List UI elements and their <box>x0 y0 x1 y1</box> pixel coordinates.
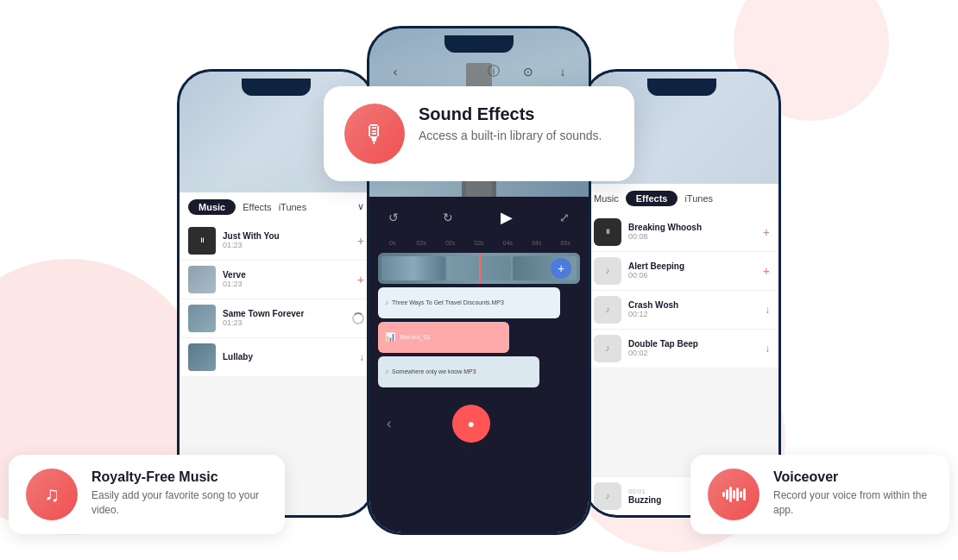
feature-voice-title: Voiceover <box>773 469 932 485</box>
feature-music-desc: Easily add your favorite song to your vi… <box>91 488 268 518</box>
music-note-icon-6: ♪ <box>606 491 610 500</box>
ruler-mark: 06s <box>551 240 580 246</box>
music-title: Just With You <box>223 231 350 241</box>
pause-icon-2: ⏸ <box>604 228 611 236</box>
music-info: Lullaby <box>223 352 352 362</box>
effects-title: Crash Wosh <box>628 300 758 310</box>
timeline-tracks: + ♪ Three Ways To Get Travel Discounts.M… <box>369 248 589 396</box>
tab-itunes[interactable]: iTunes <box>279 202 307 212</box>
music-item[interactable]: Same Town Forever 01:23 <box>180 299 373 338</box>
effects-thumb: ♪ <box>594 335 621 362</box>
music-title: Same Town Forever <box>223 309 345 318</box>
audio-clip-2-label: Somewhere only we know MP3 <box>392 368 476 374</box>
record-icon: 📊 <box>385 332 395 342</box>
video-clip[interactable]: + <box>378 253 580 284</box>
feature-sound-text: Sound Effects Access a built-in library … <box>419 104 602 145</box>
redo-button[interactable]: ↻ <box>438 207 458 228</box>
download-icon[interactable]: ↓ <box>359 351 364 363</box>
music-thumb-img <box>188 305 216 332</box>
audio-clip-label: Three Ways To Get Travel Discounts.MP3 <box>392 299 504 305</box>
tab-arrow-icon[interactable]: ∨ <box>357 201 364 212</box>
undo-button[interactable]: ↺ <box>383 207 404 228</box>
timeline-controls: ↺ ↻ ▶ ⤢ <box>369 197 589 238</box>
music-note-icon-4: ♪ <box>606 305 610 314</box>
music-duration: 01:23 <box>223 318 345 327</box>
effects-thumb: ⏸ <box>594 218 621 246</box>
effects-thumb: ♪ <box>594 296 621 324</box>
notch-center <box>444 35 514 53</box>
music-add-icon[interactable]: + <box>357 234 364 248</box>
playhead <box>479 253 481 284</box>
download-icon[interactable]: ↓ <box>765 304 770 316</box>
notch-right <box>647 79 716 96</box>
feature-voice-text: Voiceover Record your voice from within … <box>773 469 932 518</box>
pause-icon: ⏸ <box>199 236 205 244</box>
ruler-mark: 04s <box>494 240 522 246</box>
record-button[interactable]: ● <box>452 405 490 443</box>
info-button[interactable]: ⓘ <box>482 60 506 84</box>
center-top-bar: ‹ ⓘ ⊙ ↓ <box>369 60 589 84</box>
audio-clip-2[interactable]: ♪ Somewhere only we know MP3 <box>378 356 539 387</box>
download-button[interactable]: ↓ <box>551 60 575 84</box>
feature-sound-desc: Access a built-in library of sounds. <box>419 128 602 145</box>
effects-add-icon[interactable]: + <box>763 264 770 278</box>
tab-effects-active[interactable]: Effects <box>626 191 678 206</box>
effects-thumb: ♪ <box>594 257 621 285</box>
audio-clip-1[interactable]: ♪ Three Ways To Get Travel Discounts.MP3 <box>378 287 560 318</box>
tab-music[interactable]: Music <box>188 199 236 215</box>
music-note-icon: ♪ <box>385 299 388 306</box>
feature-voice-desc: Record your voice from within the app. <box>773 488 932 518</box>
music-info: Same Town Forever 01:23 <box>223 309 345 327</box>
music-note-icon-5: ♪ <box>606 343 610 353</box>
effects-title: Breaking Whoosh <box>628 223 756 232</box>
music-item[interactable]: Lullaby ↓ <box>180 338 373 377</box>
music-item[interactable]: ⏸ Just With You 01:23 + <box>180 222 373 261</box>
effects-item[interactable]: ♪ Crash Wosh 00:12 ↓ <box>585 291 778 330</box>
music-disc-icon: ♫ <box>44 482 60 507</box>
music-duration: 01:23 <box>223 280 350 288</box>
record-clip-label: Record_01 <box>400 334 430 340</box>
music-add-icon[interactable]: + <box>357 273 364 286</box>
back-nav-button[interactable]: ‹ <box>387 416 391 431</box>
effects-list: ⏸ Breaking Whoosh 00:08 + ♪ Alert Beepin… <box>585 213 778 368</box>
ruler-mark: 0s <box>378 240 407 246</box>
expand-button[interactable]: ⤢ <box>554 207 575 228</box>
tab-effects[interactable]: Effects <box>243 202 271 212</box>
ruler-mark: 04s <box>522 240 551 246</box>
music-note-icon-3: ♪ <box>606 266 610 275</box>
back-button[interactable]: ‹ <box>383 60 407 84</box>
feature-music-text: Royalty-Free Music Easily add your favor… <box>91 469 268 518</box>
effects-item[interactable]: ♪ Double Tap Beep 00:02 ↓ <box>585 330 778 368</box>
effects-item[interactable]: ⏸ Breaking Whoosh 00:08 + <box>585 213 778 252</box>
music-title: Lullaby <box>223 352 352 362</box>
download-icon[interactable]: ↓ <box>765 343 770 355</box>
music-title: Verve <box>223 270 350 280</box>
waveform-icon <box>722 486 746 503</box>
effects-duration: 00:08 <box>628 232 756 241</box>
add-track-button[interactable]: + <box>551 258 571 279</box>
effects-duration: 00:02 <box>628 349 758 357</box>
effects-add-icon[interactable]: + <box>763 225 770 239</box>
editor-area: ↺ ↻ ▶ ⤢ 0s 02s 02s 02s 04s 04s 06s <box>369 197 589 532</box>
effects-duration: 00:12 <box>628 310 758 318</box>
music-tabs: Music Effects iTunes ∨ <box>180 192 373 222</box>
effects-info: Alert Beeping 00:06 <box>628 261 756 280</box>
effects-thumb: ♪ <box>594 482 621 510</box>
tab-music-right[interactable]: Music <box>594 193 619 204</box>
music-item[interactable]: Verve 01:23 + <box>180 261 373 299</box>
music-duration: 01:23 <box>223 241 350 249</box>
feature-box-voice: Voiceover Record your voice from within … <box>690 455 949 534</box>
play-button[interactable]: ▶ <box>493 204 520 231</box>
effects-item[interactable]: ♪ Alert Beeping 00:06 + <box>585 252 778 291</box>
tab-itunes-right[interactable]: iTunes <box>684 193 713 204</box>
music-thumb-play: ⏸ <box>188 227 216 255</box>
export-button[interactable]: ⊙ <box>516 60 540 84</box>
bottom-bar: ‹ ● <box>369 396 589 451</box>
record-clip[interactable]: 📊 Record_01 <box>378 322 509 353</box>
music-thumb-img <box>188 343 216 371</box>
feature-box-sound: 🎙 Sound Effects Access a built-in librar… <box>324 86 634 181</box>
music-note-icon-2: ♪ <box>385 368 388 375</box>
microphone-icon: 🎙 <box>362 120 387 148</box>
loading-spinner <box>352 312 364 324</box>
notch-left <box>242 79 311 96</box>
